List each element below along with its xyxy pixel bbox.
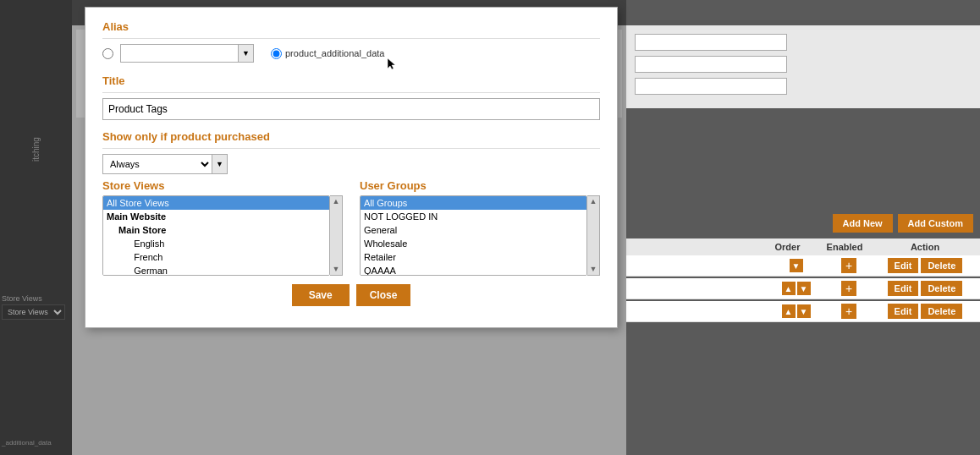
show-divider: [102, 148, 600, 149]
plus-btn-1[interactable]: +: [841, 258, 856, 273]
two-lists: Store Views All Store Views Main Website…: [102, 179, 600, 276]
scroll-up-arrow[interactable]: ▲: [332, 198, 339, 206]
right-panel: [626, 25, 980, 108]
right-input-row-1: [635, 34, 972, 51]
store-views-scrollbar[interactable]: ▲ ▼: [330, 195, 343, 276]
enabled-cell-2: +: [823, 281, 874, 296]
user-groups-list-label: User Groups: [360, 179, 600, 192]
plus-btn-3[interactable]: +: [841, 304, 856, 319]
add-new-button[interactable]: Add New: [833, 214, 893, 233]
plus-btn-2[interactable]: +: [841, 281, 856, 296]
show-select[interactable]: Always Yes No: [102, 154, 212, 174]
alias-radio-2: product_additional_data: [271, 48, 384, 59]
delete-btn-3[interactable]: Delete: [921, 304, 962, 319]
show-dropdown-wrap: Always Yes No ▼: [102, 154, 600, 174]
arrow-down-1[interactable]: ▼: [790, 259, 803, 272]
right-input-row-3: [635, 78, 972, 95]
arrow-down-2[interactable]: ▼: [797, 282, 811, 295]
right-input-3[interactable]: [635, 78, 787, 95]
show-label: Show only if product purchased: [102, 130, 600, 143]
store-views-list-label: Store Views: [102, 179, 343, 192]
modal-dialog: Alias ▼ product_additional_data Titl: [85, 7, 618, 328]
right-table-rows: ▼ + Edit Delete ▲ ▼ + Edit Delete ▲ ▼ +: [626, 255, 980, 324]
show-dropdown-arrow[interactable]: ▼: [212, 154, 228, 174]
title-label: Title: [102, 74, 600, 87]
title-input[interactable]: [102, 98, 600, 120]
arrow-up-3[interactable]: ▲: [782, 304, 796, 318]
user-groups-scrollbar[interactable]: ▲ ▼: [587, 195, 600, 276]
table-row: ▼ + Edit Delete: [626, 255, 980, 277]
alias-text-input[interactable]: [120, 44, 239, 63]
table-row: ▲ ▼ + Edit Delete: [626, 301, 980, 322]
close-button[interactable]: Close: [356, 284, 411, 306]
edit-btn-2[interactable]: Edit: [888, 281, 919, 296]
col-order-header: Order: [764, 242, 811, 252]
edit-btn-1[interactable]: Edit: [888, 258, 919, 273]
right-input-row-2: [635, 56, 972, 73]
delete-btn-2[interactable]: Delete: [921, 281, 962, 296]
alias-radio-input-1[interactable]: [102, 48, 113, 59]
title-divider: [102, 92, 600, 93]
add-custom-button[interactable]: Add Custom: [898, 214, 973, 233]
action-cell-2: Edit Delete: [878, 281, 972, 296]
store-views-list[interactable]: All Store Views Main Website Main Store …: [102, 195, 330, 276]
delete-btn-1[interactable]: Delete: [921, 258, 962, 273]
alias-row: ▼ product_additional_data: [102, 44, 600, 63]
ug-scroll-up[interactable]: ▲: [589, 198, 597, 206]
alias-radio-2-value: product_additional_data: [285, 48, 384, 58]
alias-dropdown-arrow[interactable]: ▼: [239, 44, 254, 63]
ug-scroll-down[interactable]: ▼: [589, 266, 597, 273]
modal-footer: Save Close: [102, 276, 600, 310]
right-panel-buttons: Add New Add Custom: [626, 214, 980, 233]
action-cell-3: Edit Delete: [878, 304, 972, 319]
alias-radio-1: [102, 48, 113, 59]
alias-dropdown-wrap: ▼: [120, 44, 254, 63]
action-cell-1: Edit Delete: [878, 258, 972, 273]
order-arrows-2: ▲ ▼: [773, 282, 819, 295]
col-enabled-header: Enabled: [819, 242, 870, 252]
save-button[interactable]: Save: [292, 284, 350, 306]
edit-btn-3[interactable]: Edit: [888, 304, 919, 319]
alias-label: Alias: [102, 20, 600, 33]
alias-radio-input-2[interactable]: [271, 48, 282, 59]
user-groups-list[interactable]: All Groups NOT LOGGED IN General Wholesa…: [360, 195, 587, 276]
store-views-section: Store Views All Store Views Main Website…: [102, 179, 343, 276]
order-arrows-3: ▲ ▼: [773, 304, 819, 318]
right-panel-header: [626, 0, 980, 25]
table-row: ▲ ▼ + Edit Delete: [626, 278, 980, 299]
right-input-1[interactable]: [635, 34, 787, 51]
alias-divider: [102, 38, 600, 39]
user-groups-list-wrap: All Groups NOT LOGGED IN General Wholesa…: [360, 195, 600, 276]
order-arrows-1: ▼: [773, 259, 819, 272]
store-views-list-wrap: All Store Views Main Website Main Store …: [102, 195, 343, 276]
enabled-cell-1: +: [823, 258, 874, 273]
user-groups-section: User Groups All Groups NOT LOGGED IN Gen…: [360, 179, 600, 276]
arrow-up-2[interactable]: ▲: [782, 282, 796, 295]
scroll-down-arrow[interactable]: ▼: [332, 266, 339, 273]
arrow-down-3[interactable]: ▼: [797, 304, 811, 318]
right-input-2[interactable]: [635, 56, 787, 73]
modal-content: Alias ▼ product_additional_data Titl: [85, 8, 617, 327]
col-action-header: Action: [878, 242, 972, 252]
right-table-header: Order Enabled Action: [626, 238, 980, 255]
enabled-cell-3: +: [823, 304, 874, 319]
